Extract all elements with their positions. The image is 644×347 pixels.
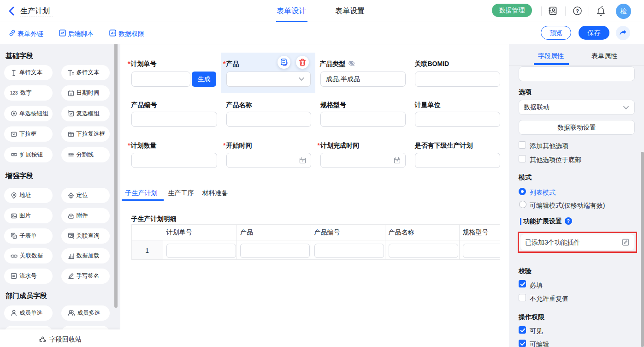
svg-text:?: ?	[576, 8, 579, 14]
svg-text:7: 7	[396, 160, 398, 163]
svg-text:7: 7	[301, 160, 303, 163]
